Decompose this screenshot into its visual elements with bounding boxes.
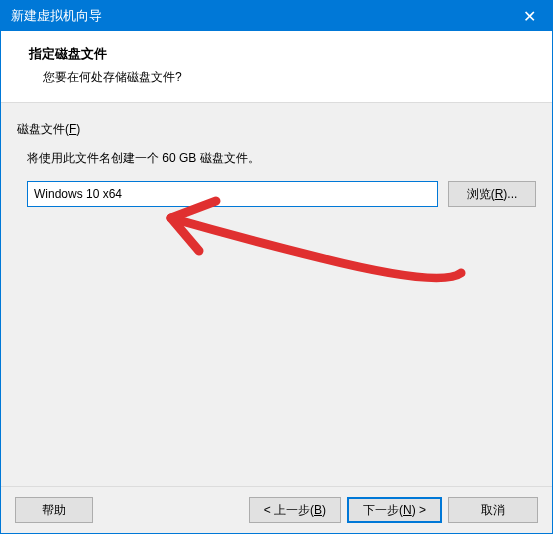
back-button[interactable]: < 上一步(B) — [249, 497, 341, 523]
disk-file-description: 将使用此文件名创建一个 60 GB 磁盘文件。 — [17, 150, 536, 167]
browse-button[interactable]: 浏览(R)... — [448, 181, 536, 207]
titlebar: 新建虚拟机向导 ✕ — [1, 1, 552, 31]
disk-file-input[interactable] — [27, 181, 438, 207]
next-button[interactable]: 下一步(N) > — [347, 497, 442, 523]
page-title: 指定磁盘文件 — [29, 45, 534, 63]
header-section: 指定磁盘文件 您要在何处存储磁盘文件? — [1, 31, 552, 103]
content-area: 磁盘文件(F) 将使用此文件名创建一个 60 GB 磁盘文件。 浏览(R)... — [1, 103, 552, 486]
cancel-button[interactable]: 取消 — [448, 497, 538, 523]
wizard-window: 新建虚拟机向导 ✕ 指定磁盘文件 您要在何处存储磁盘文件? 磁盘文件(F) 将使… — [0, 0, 553, 534]
close-button[interactable]: ✕ — [507, 1, 552, 31]
help-button[interactable]: 帮助 — [15, 497, 93, 523]
disk-file-label: 磁盘文件(F) — [17, 121, 536, 138]
input-row: 浏览(R)... — [17, 181, 536, 207]
red-arrow-annotation — [121, 193, 501, 333]
footer-buttons: 帮助 < 上一步(B) 下一步(N) > 取消 — [1, 486, 552, 533]
window-title: 新建虚拟机向导 — [11, 7, 507, 25]
close-icon: ✕ — [523, 7, 536, 26]
page-subtitle: 您要在何处存储磁盘文件? — [29, 69, 534, 86]
